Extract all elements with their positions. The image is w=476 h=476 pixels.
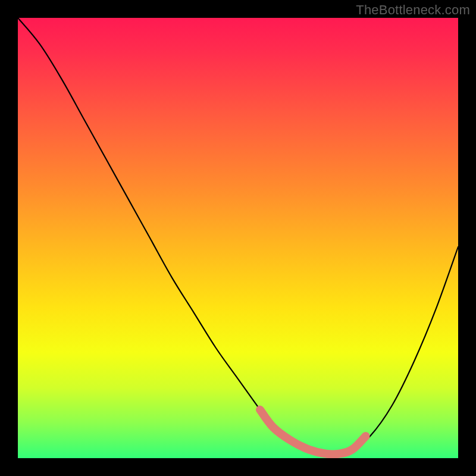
plot-area [18, 18, 458, 458]
watermark-text: TheBottleneck.com [356, 2, 470, 18]
highlight-band-line [260, 410, 366, 455]
chart-svg [18, 18, 458, 458]
main-curve-line [18, 18, 458, 455]
chart-frame: TheBottleneck.com [0, 0, 476, 476]
